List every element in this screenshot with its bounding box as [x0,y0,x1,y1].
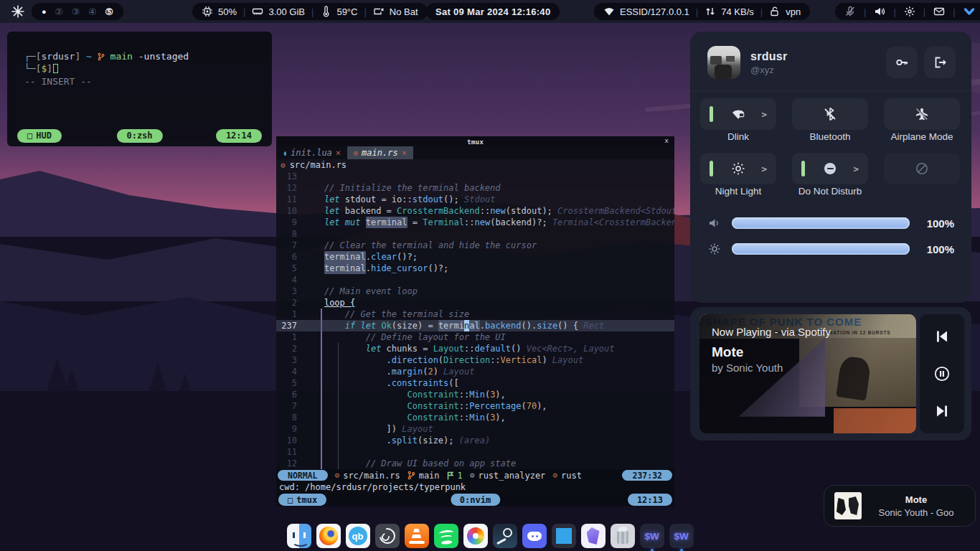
code-line[interactable]: 10 .split(size); (area) [276,435,674,446]
logout-button[interactable] [924,47,956,78]
notification-body: Sonic Youth - Goo [862,507,971,518]
dock-item-qbittorrent[interactable] [346,524,370,548]
dock-item-spotify[interactable] [434,524,458,548]
system-tray: | | | | | [835,3,980,20]
code-line[interactable]: 6 Constraint::Min(3), [276,389,674,400]
workspace-1[interactable]: ● [42,7,47,16]
dock-item-trash[interactable] [611,524,635,548]
code-line[interactable]: 3 .direction(Direction::Vertical) Layout [276,354,674,366]
speaker-icon[interactable] [874,6,885,17]
workspace-switcher[interactable]: ●②③④⑤ [32,3,123,20]
line-number: 7 [276,240,303,251]
dock-item-wine-app-2[interactable]: $W [669,524,694,548]
code-line[interactable]: 1 // Define layout for the UI [276,331,674,343]
album-art: SHAPE OF PUNK TO COME A CHIMERICAL BOMBI… [699,314,916,433]
workspace-4[interactable]: ④ [88,6,97,17]
battery-value: No Bat [390,6,418,17]
chevron-right-icon[interactable]: > [761,109,767,120]
code-line[interactable]: 1 // Get the terminal size [276,309,674,320]
toggle-empty[interactable] [884,153,960,184]
chevron-right-icon[interactable]: > [761,164,767,174]
tab-close-icon[interactable]: × [336,148,341,158]
statusline-lsp: ⚙rust_analyzer [470,471,546,481]
mail-icon[interactable] [933,6,945,17]
code-line[interactable]: 5 .constraints([ [276,377,674,389]
settings-gear-icon[interactable] [904,6,915,17]
toggle-night-light[interactable]: > [700,153,776,184]
track-artist: by Sonic Youth [712,362,783,374]
volume-icon [707,217,722,230]
chevron-down-icon[interactable] [963,6,975,17]
tmux-session-label[interactable]: 0:zsh [116,129,162,143]
code-line[interactable]: 11 let stdout = io::stdout(); Stdout [276,194,674,205]
editor-window[interactable]: tmux x ◖ init.lua × ⚙ main.rs × ⚙ src/ma… [276,136,674,504]
vpn-text: vpn [786,6,801,17]
vpn-lock-icon [769,6,781,17]
code-area[interactable]: 1312 // Initialize the terminal backend1… [276,171,674,469]
dock-item-vlc[interactable] [405,524,429,548]
workspace-2[interactable]: ② [55,6,63,17]
hud-terminal-window[interactable]: ┌─[srdusr] ~ main -unstaged └─[$] -- INS… [7,32,272,146]
tmux-window-tab[interactable]: □tmux [278,494,326,506]
code-line[interactable]: 12 // Draw UI based on app state [276,458,674,469]
code-line[interactable]: 2 let chunks = Layout::default() Vec<Rec… [276,343,674,354]
code-line[interactable]: 5 terminal.hide_cursor()?; [276,263,674,274]
code-line[interactable]: 7 Constraint::Percentage(70), [276,400,674,412]
next-track-button[interactable] [934,403,950,419]
code-line[interactable]: 2 loop { [276,297,674,309]
dock-item-discord[interactable] [522,524,547,548]
notification-popup[interactable]: Mote Sonic Youth - Goo [824,485,976,527]
dock-item-steam[interactable] [493,524,517,548]
toggle-airplane-mode[interactable] [884,98,960,130]
top-bar: ●②③④⑤ 50% | 3.00 GiB | 59°C | No Bat Sat… [0,0,980,23]
toggle-do-not-disturb[interactable]: > [792,153,868,184]
code-line[interactable]: 3 // Main event loop [276,286,674,297]
network-status[interactable]: ESSID/127.0.0.1 | 74 KB/s | vpn [594,3,810,20]
microphone-muted-icon[interactable] [844,6,856,17]
tab-main-rs[interactable]: ⚙ main.rs × [347,146,413,159]
code-line[interactable]: 4 .margin(2) Layout [276,366,674,377]
brightness-slider[interactable] [732,243,910,255]
workspace-3[interactable]: ③ [72,6,80,17]
clock[interactable]: Sat 09 Mar 2024 12:16:40 [426,3,560,20]
dock-item-vscode[interactable] [552,524,576,548]
brightness-slider-row: 100% [707,236,954,262]
toggle-dlink[interactable]: > [700,98,776,130]
code-line[interactable]: 8 Constraint::Min(3), [276,412,674,423]
code-line[interactable]: 10 let backend = CrosstermBackend::new(s… [276,205,674,217]
pause-button[interactable] [934,366,950,382]
distro-logo-icon[interactable] [11,5,24,18]
tmux-window-tab[interactable]: □HUD [17,129,62,143]
memory-icon [252,6,263,17]
dock-item-wine-app-1[interactable]: $W [640,524,664,548]
tmux-session-label[interactable]: 0:nvim [451,494,500,506]
dock-item-obs[interactable] [375,524,400,548]
code-line[interactable]: 6 terminal.clear()?; [276,251,674,263]
workspace-5[interactable]: ⑤ [105,6,113,17]
keyring-button[interactable] [886,47,918,78]
code-line[interactable]: 12 // Initialize the terminal backend [276,182,674,194]
code-line[interactable]: 7 // Clear the terminal and hide the cur… [276,240,674,251]
tab-init-lua[interactable]: ◖ init.lua × [276,146,347,159]
tab-close-icon[interactable]: × [402,148,407,158]
code-line[interactable]: 13 [276,171,674,182]
code-line[interactable]: 4 [276,274,674,286]
volume-slider[interactable] [732,217,910,229]
dock-item-photos[interactable] [463,524,488,548]
chevron-right-icon[interactable]: > [853,164,859,174]
dock-item-file-manager[interactable] [287,524,311,548]
rust-icon: ⚙ [281,161,286,170]
line-number: 9 [276,423,303,435]
code-line-current[interactable]: 237 if let Ok(size) = terminal.backend()… [276,320,674,331]
flag-icon [447,471,454,480]
previous-track-button[interactable] [934,329,950,344]
toggle-bluetooth[interactable] [792,98,868,130]
code-line[interactable]: 11 [276,446,674,458]
code-line[interactable]: 9 let mut terminal = Terminal::new(backe… [276,217,674,228]
window-close-button[interactable]: x [664,136,669,144]
code-line[interactable]: 8 [276,228,674,240]
window-titlebar[interactable]: tmux x [276,136,674,146]
dock-item-obsidian[interactable] [581,524,606,548]
code-line[interactable]: 9 ]) Layout [276,423,674,435]
dock-item-firefox[interactable] [316,524,341,548]
